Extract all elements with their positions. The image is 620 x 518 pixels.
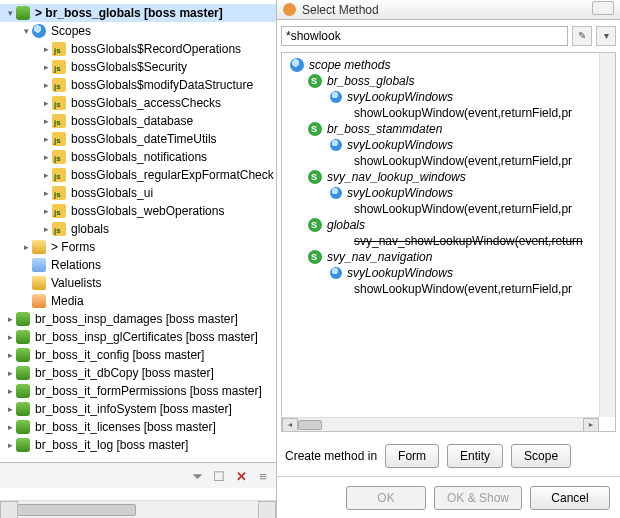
- tree-item-module[interactable]: br_boss_insp_damages [boss master]: [0, 310, 276, 328]
- twisty-icon[interactable]: [4, 385, 16, 397]
- scope-group[interactable]: globals: [286, 217, 599, 233]
- tree-item-scope[interactable]: bossGlobals$Security: [0, 58, 276, 76]
- tree-item-module[interactable]: br_boss_it_formPermissions [boss master]: [0, 382, 276, 400]
- tree-item-scope[interactable]: globals: [0, 220, 276, 238]
- tree-item-scope[interactable]: bossGlobals_webOperations: [0, 202, 276, 220]
- scope-methods-root[interactable]: scope methods: [286, 57, 599, 73]
- scope-child[interactable]: svyLookupWindows: [286, 185, 599, 201]
- tree-label: bossGlobals_webOperations: [69, 203, 224, 219]
- twisty-icon[interactable]: [40, 169, 52, 181]
- tree-item-scope[interactable]: bossGlobals_database: [0, 112, 276, 130]
- twisty-icon[interactable]: [4, 439, 16, 451]
- twisty-icon[interactable]: [4, 349, 16, 361]
- twisty-icon: [20, 259, 32, 271]
- methods-tree[interactable]: scope methods br_boss_globals svyLookupW…: [282, 53, 599, 417]
- horizontal-scrollbar[interactable]: [282, 417, 599, 431]
- twisty-icon[interactable]: [40, 115, 52, 127]
- dialog-titlebar[interactable]: Select Method: [277, 0, 620, 20]
- tree-item-valuelists[interactable]: Valuelists: [0, 274, 276, 292]
- method-item[interactable]: showLookupWindow(event,returnField,pr: [286, 281, 599, 297]
- tree-item-module[interactable]: br_boss_it_dbCopy [boss master]: [0, 364, 276, 382]
- tree-label: br_boss_globals: [325, 73, 414, 89]
- twisty-icon[interactable]: [40, 43, 52, 55]
- scope-icon: [52, 42, 66, 56]
- tree-item-scope[interactable]: bossGlobals$RecordOperations: [0, 40, 276, 58]
- tree-item-module[interactable]: br_boss_it_licenses [boss master]: [0, 418, 276, 436]
- create-in-entity-button[interactable]: Entity: [447, 444, 503, 468]
- tree-label: br_boss_insp_damages [boss master]: [33, 311, 238, 327]
- module-icon: [16, 330, 30, 344]
- twisty-icon[interactable]: [40, 133, 52, 145]
- search-input[interactable]: [281, 26, 568, 46]
- clear-icon[interactable]: ✕: [234, 469, 248, 483]
- method-item-deprecated[interactable]: svy_nav_showLookupWindow(event,return: [286, 233, 599, 249]
- tree-item-relations[interactable]: Relations: [0, 256, 276, 274]
- tree-item-module[interactable]: br_boss_it_config [boss master]: [0, 346, 276, 364]
- twisty-icon[interactable]: [4, 403, 16, 415]
- twisty-icon[interactable]: [40, 223, 52, 235]
- tree-item-scope[interactable]: bossGlobals_notifications: [0, 148, 276, 166]
- dropdown-icon[interactable]: ▾: [596, 26, 616, 46]
- tree-item-forms[interactable]: > Forms: [0, 238, 276, 256]
- twisty-icon[interactable]: [20, 25, 32, 37]
- twisty-icon[interactable]: [40, 187, 52, 199]
- tree-item-scope[interactable]: bossGlobals_ui: [0, 184, 276, 202]
- tree-label: scope methods: [307, 57, 390, 73]
- tree-label: svyLookupWindows: [345, 185, 453, 201]
- tree-item-scope[interactable]: bossGlobals_regularExpFormatCheck: [0, 166, 276, 184]
- tree-label: bossGlobals$Security: [69, 59, 187, 75]
- ok-and-show-button[interactable]: OK & Show: [434, 486, 522, 510]
- tree-item-scope[interactable]: bossGlobals$modifyDataStructure: [0, 76, 276, 94]
- tree-label: svyLookupWindows: [345, 137, 453, 153]
- twisty-icon[interactable]: [4, 313, 16, 325]
- create-in-scope-button[interactable]: Scope: [511, 444, 571, 468]
- tree-item-module[interactable]: br_boss_it_log [boss master]: [0, 436, 276, 454]
- horizontal-scrollbar[interactable]: [0, 500, 276, 518]
- scope-group[interactable]: svy_nav_lookup_windows: [286, 169, 599, 185]
- method-item[interactable]: showLookupWindow(event,returnField,pr: [286, 105, 599, 121]
- twisty-icon[interactable]: [40, 151, 52, 163]
- cancel-button[interactable]: Cancel: [530, 486, 610, 510]
- twisty-icon[interactable]: [40, 97, 52, 109]
- tree-label: br_boss_it_log [boss master]: [33, 437, 188, 453]
- twisty-icon[interactable]: [40, 205, 52, 217]
- twisty-icon[interactable]: [4, 331, 16, 343]
- menu-icon[interactable]: ≡: [256, 469, 270, 483]
- scrollbar-thumb[interactable]: [16, 504, 136, 516]
- tree-item-module[interactable]: br_boss_insp_glCertificates [boss master…: [0, 328, 276, 346]
- scope-icon: [52, 78, 66, 92]
- twisty-icon[interactable]: [4, 421, 16, 433]
- tree-item-module[interactable]: br_boss_it_infoSystem [boss master]: [0, 400, 276, 418]
- scrollbar-thumb[interactable]: [298, 420, 322, 430]
- filter-icon[interactable]: ⏷: [190, 469, 204, 483]
- vertical-scrollbar[interactable]: [599, 53, 615, 417]
- tree-label: > Forms: [49, 239, 95, 255]
- module-icon: [16, 438, 30, 452]
- twisty-icon[interactable]: [4, 367, 16, 379]
- project-tree[interactable]: > br_boss_globals [boss master] Scopes b…: [0, 0, 276, 470]
- tree-item-br-boss-globals-root[interactable]: > br_boss_globals [boss master]: [0, 4, 276, 22]
- scope-child[interactable]: svyLookupWindows: [286, 137, 599, 153]
- scope-child[interactable]: svyLookupWindows: [286, 265, 599, 281]
- scope-group[interactable]: svy_nav_navigation: [286, 249, 599, 265]
- twisty-icon[interactable]: [20, 241, 32, 253]
- media-icon: [32, 294, 46, 308]
- create-in-form-button[interactable]: Form: [385, 444, 439, 468]
- tree-item-media[interactable]: Media: [0, 292, 276, 310]
- ok-button[interactable]: OK: [346, 486, 426, 510]
- scope-child[interactable]: svyLookupWindows: [286, 89, 599, 105]
- scope-group[interactable]: br_boss_stammdaten: [286, 121, 599, 137]
- tree-item-scope[interactable]: bossGlobals_accessChecks: [0, 94, 276, 112]
- open-icon[interactable]: ☐: [212, 469, 226, 483]
- twisty-icon[interactable]: [40, 61, 52, 73]
- edit-icon[interactable]: ✎: [572, 26, 592, 46]
- twisty-icon[interactable]: [4, 7, 16, 19]
- scope-group[interactable]: br_boss_globals: [286, 73, 599, 89]
- twisty-icon: [20, 295, 32, 307]
- tree-item-scope[interactable]: bossGlobals_dateTimeUtils: [0, 130, 276, 148]
- method-item[interactable]: showLookupWindow(event,returnField,pr: [286, 153, 599, 169]
- minimize-button[interactable]: [592, 1, 614, 15]
- tree-item-scopes[interactable]: Scopes: [0, 22, 276, 40]
- twisty-icon[interactable]: [40, 79, 52, 91]
- method-item[interactable]: showLookupWindow(event,returnField,pr: [286, 201, 599, 217]
